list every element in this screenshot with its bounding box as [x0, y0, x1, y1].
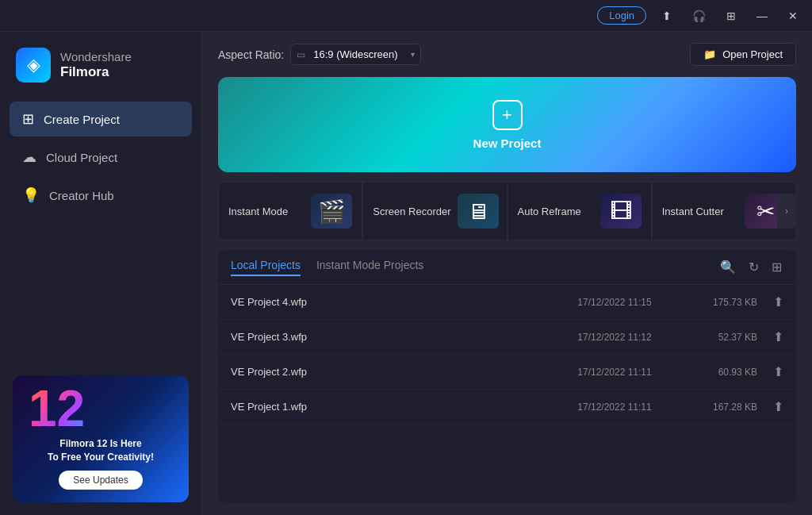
minimize-icon: — [756, 10, 768, 22]
projects-header: Local Projects Instant Mode Projects 🔍 ↻… [218, 250, 796, 285]
auto-reframe-label: Auto Reframe [518, 206, 581, 217]
upload-to-cloud-icon[interactable]: ⬆ [773, 399, 783, 414]
content-toolbar: Aspect Ratio: ▭ 16:9 (Widescreen) 9:16 (… [202, 32, 812, 77]
sidebar-logo: ◈ Wondershare Filmora [0, 32, 201, 102]
sidebar-promo: 12 Filmora 12 Is Here To Free Your Creat… [13, 375, 189, 502]
project-name: VE Project 3.wfp [231, 331, 551, 343]
tab-local-projects[interactable]: Local Projects [231, 259, 301, 276]
creator-hub-icon: 💡 [22, 186, 40, 204]
upload-to-cloud-icon[interactable]: ⬆ [773, 294, 783, 309]
project-size: 175.73 KB [678, 297, 757, 308]
new-project-banner[interactable]: + New Project [218, 77, 796, 172]
auto-reframe-img: 🎞 [600, 194, 642, 229]
feature-card-screen-recorder[interactable]: Screen Recorder 🖥 [362, 182, 507, 240]
sidebar: ◈ Wondershare Filmora ⊞ Create Project ☁… [0, 32, 202, 515]
see-updates-button[interactable]: See Updates [59, 471, 142, 490]
refresh-icon: ↻ [749, 260, 759, 274]
promo-subtitle: To Free Your Creativity! [48, 452, 154, 463]
cloud-project-icon: ☁ [22, 148, 36, 166]
project-row[interactable]: VE Project 1.wfp 17/12/2022 11:11 167.28… [218, 390, 796, 425]
project-row[interactable]: VE Project 4.wfp 17/12/2022 11:15 175.73… [218, 285, 796, 320]
minimize-button[interactable]: — [752, 6, 772, 25]
sidebar-item-label-cloud: Cloud Project [46, 151, 117, 164]
headset-icon: 🎧 [692, 10, 706, 22]
product-name: Filmora [60, 64, 132, 80]
promo-version-number: 12 [29, 383, 85, 434]
close-icon: ✕ [788, 10, 798, 22]
grid-button[interactable]: ⊞ [722, 6, 741, 25]
sidebar-item-label-create: Create Project [44, 113, 120, 126]
feature-cards-next-button[interactable]: › [777, 194, 796, 229]
project-name: VE Project 1.wfp [231, 401, 551, 413]
search-icon: 🔍 [720, 260, 736, 274]
project-size: 167.28 KB [678, 402, 757, 413]
promo-title: Filmora 12 Is Here [59, 438, 141, 449]
project-row[interactable]: VE Project 3.wfp 17/12/2022 11:12 52.37 … [218, 320, 796, 355]
project-list: VE Project 4.wfp 17/12/2022 11:15 175.73… [218, 285, 796, 502]
refresh-button[interactable]: ↻ [747, 258, 760, 276]
new-project-plus-icon: + [492, 100, 523, 130]
screen-recorder-img: 🖥 [458, 194, 499, 229]
app-logo-icon: ◈ [16, 48, 51, 83]
project-date: 17/12/2022 11:11 [551, 402, 678, 413]
headset-button[interactable]: 🎧 [688, 6, 710, 25]
aspect-ratio-selector[interactable]: Aspect Ratio: ▭ 16:9 (Widescreen) 9:16 (… [218, 44, 421, 65]
feature-card-auto-reframe[interactable]: Auto Reframe 🎞 [508, 182, 652, 240]
project-name: VE Project 4.wfp [231, 296, 551, 308]
projects-actions: 🔍 ↻ ⊞ [718, 258, 783, 276]
upload-to-cloud-icon[interactable]: ⬆ [773, 364, 783, 379]
open-project-button[interactable]: 📁 Open Project [690, 43, 796, 66]
upload-button[interactable]: ⬆ [657, 6, 676, 25]
folder-icon: 📁 [703, 48, 716, 60]
open-project-label: Open Project [722, 48, 783, 60]
feature-cards: Instant Mode 🎬 Screen Recorder 🖥 Auto Re… [218, 182, 796, 240]
upload-icon: ⬆ [662, 10, 672, 22]
main-content: Aspect Ratio: ▭ 16:9 (Widescreen) 9:16 (… [202, 32, 812, 515]
create-project-icon: ⊞ [22, 110, 34, 128]
sidebar-item-creator-hub[interactable]: 💡 Creator Hub [10, 178, 192, 213]
close-button[interactable]: ✕ [783, 6, 802, 25]
tab-instant-mode-projects[interactable]: Instant Mode Projects [316, 259, 423, 276]
promo-text: Filmora 12 Is Here To Free Your Creativi… [48, 437, 154, 464]
login-button[interactable]: Login [597, 6, 646, 25]
feature-card-instant-cutter[interactable]: Instant Cutter ✂ [652, 182, 796, 240]
app-layout: ◈ Wondershare Filmora ⊞ Create Project ☁… [0, 32, 812, 515]
aspect-dropdown-wrap[interactable]: ▭ 16:9 (Widescreen) 9:16 (Portrait) 1:1 … [290, 44, 421, 65]
project-name: VE Project 2.wfp [231, 366, 551, 378]
titlebar-actions: Login ⬆ 🎧 ⊞ — ✕ [597, 6, 802, 25]
chevron-right-icon: › [785, 206, 788, 217]
projects-section: Local Projects Instant Mode Projects 🔍 ↻… [218, 250, 796, 502]
project-date: 17/12/2022 11:15 [551, 297, 678, 308]
instant-cutter-label: Instant Cutter [662, 206, 724, 217]
project-size: 52.37 KB [678, 332, 757, 343]
grid-view-button[interactable]: ⊞ [770, 258, 783, 276]
search-button[interactable]: 🔍 [718, 258, 737, 276]
sidebar-item-label-hub: Creator Hub [49, 189, 114, 202]
grid-view-icon: ⊞ [772, 260, 782, 274]
new-project-label: New Project [473, 136, 542, 150]
titlebar: Login ⬆ 🎧 ⊞ — ✕ [0, 0, 812, 32]
project-date: 17/12/2022 11:12 [551, 332, 678, 343]
instant-mode-label: Instant Mode [228, 206, 288, 217]
screen-recorder-label: Screen Recorder [373, 206, 450, 217]
sidebar-item-create-project[interactable]: ⊞ Create Project [10, 102, 192, 136]
project-size: 60.93 KB [678, 367, 757, 378]
project-row[interactable]: VE Project 2.wfp 17/12/2022 11:11 60.93 … [218, 355, 796, 390]
sidebar-item-cloud-project[interactable]: ☁ Cloud Project [10, 140, 192, 175]
upload-to-cloud-icon[interactable]: ⬆ [773, 329, 783, 344]
projects-tabs: Local Projects Instant Mode Projects [231, 259, 423, 276]
instant-mode-img: 🎬 [311, 194, 352, 229]
grid-icon: ⊞ [726, 10, 736, 22]
aspect-ratio-label: Aspect Ratio: [218, 48, 284, 61]
feature-card-instant-mode[interactable]: Instant Mode 🎬 [218, 182, 362, 240]
app-logo-text: Wondershare Filmora [60, 50, 132, 80]
project-date: 17/12/2022 11:11 [551, 367, 678, 378]
brand-name: Wondershare [60, 50, 132, 64]
aspect-ratio-dropdown[interactable]: 16:9 (Widescreen) 9:16 (Portrait) 1:1 (S… [290, 44, 421, 65]
sidebar-nav: ⊞ Create Project ☁ Cloud Project 💡 Creat… [0, 102, 201, 213]
